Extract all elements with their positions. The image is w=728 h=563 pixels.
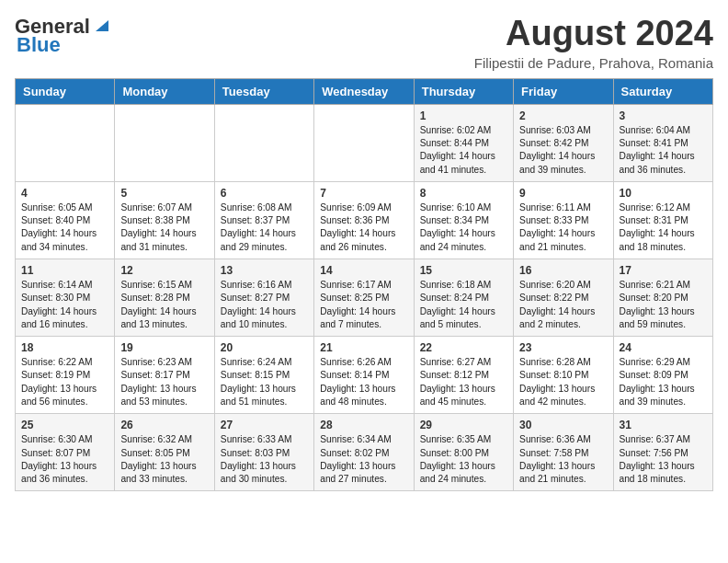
logo-icon (92, 15, 112, 35)
calendar-cell: 22Sunrise: 6:27 AM Sunset: 8:12 PM Dayli… (414, 337, 513, 414)
calendar-cell: 11Sunrise: 6:14 AM Sunset: 8:30 PM Dayli… (16, 259, 115, 337)
calendar-cell: 2Sunrise: 6:03 AM Sunset: 8:42 PM Daylig… (514, 104, 613, 181)
day-number: 11 (21, 264, 108, 277)
calendar-cell (16, 104, 115, 181)
calendar-cell: 20Sunrise: 6:24 AM Sunset: 8:15 PM Dayli… (214, 337, 313, 414)
day-detail: Sunrise: 6:12 AM Sunset: 8:31 PM Dayligh… (620, 201, 707, 254)
day-detail: Sunrise: 6:27 AM Sunset: 8:12 PM Dayligh… (420, 356, 507, 408)
day-detail: Sunrise: 6:17 AM Sunset: 8:25 PM Dayligh… (320, 279, 407, 331)
calendar-cell (115, 104, 214, 181)
calendar-cell: 8Sunrise: 6:10 AM Sunset: 8:34 PM Daylig… (414, 181, 513, 259)
day-number: 22 (420, 341, 507, 354)
calendar-cell: 29Sunrise: 6:35 AM Sunset: 8:00 PM Dayli… (414, 414, 513, 491)
day-number: 16 (519, 264, 607, 277)
day-detail: Sunrise: 6:02 AM Sunset: 8:44 PM Dayligh… (420, 124, 507, 177)
day-detail: Sunrise: 6:35 AM Sunset: 8:00 PM Dayligh… (420, 433, 507, 486)
day-number: 30 (519, 419, 607, 431)
calendar-cell: 14Sunrise: 6:17 AM Sunset: 8:25 PM Dayli… (314, 259, 414, 337)
subtitle: Filipestii de Padure, Prahova, Romania (474, 55, 713, 71)
day-number: 3 (620, 109, 707, 122)
day-detail: Sunrise: 6:29 AM Sunset: 8:09 PM Dayligh… (620, 356, 707, 408)
col-header-wednesday: Wednesday (314, 78, 414, 104)
calendar-cell: 9Sunrise: 6:11 AM Sunset: 8:33 PM Daylig… (514, 181, 613, 259)
calendar-cell: 24Sunrise: 6:29 AM Sunset: 8:09 PM Dayli… (613, 337, 712, 414)
day-number: 25 (21, 419, 108, 431)
day-detail: Sunrise: 6:26 AM Sunset: 8:14 PM Dayligh… (320, 356, 407, 408)
day-detail: Sunrise: 6:33 AM Sunset: 8:03 PM Dayligh… (221, 433, 308, 486)
calendar-cell: 26Sunrise: 6:32 AM Sunset: 8:05 PM Dayli… (115, 414, 214, 491)
day-number: 18 (21, 341, 108, 354)
calendar-cell (314, 104, 414, 181)
calendar-cell: 3Sunrise: 6:04 AM Sunset: 8:41 PM Daylig… (613, 104, 712, 181)
day-number: 17 (620, 264, 707, 277)
col-header-tuesday: Tuesday (214, 78, 313, 104)
page-header: General Blue August 2024 Filipestii de P… (15, 15, 713, 71)
day-detail: Sunrise: 6:30 AM Sunset: 8:07 PM Dayligh… (21, 433, 108, 486)
col-header-monday: Monday (115, 78, 214, 104)
day-detail: Sunrise: 6:20 AM Sunset: 8:22 PM Dayligh… (519, 279, 607, 331)
day-detail: Sunrise: 6:15 AM Sunset: 8:28 PM Dayligh… (120, 279, 208, 331)
day-detail: Sunrise: 6:24 AM Sunset: 8:15 PM Dayligh… (221, 356, 308, 408)
day-detail: Sunrise: 6:11 AM Sunset: 8:33 PM Dayligh… (519, 201, 607, 254)
day-detail: Sunrise: 6:07 AM Sunset: 8:38 PM Dayligh… (120, 201, 208, 254)
calendar-cell: 25Sunrise: 6:30 AM Sunset: 8:07 PM Dayli… (16, 414, 115, 491)
day-detail: Sunrise: 6:21 AM Sunset: 8:20 PM Dayligh… (620, 279, 707, 331)
day-number: 27 (221, 419, 308, 431)
day-number: 24 (620, 341, 707, 354)
day-detail: Sunrise: 6:03 AM Sunset: 8:42 PM Dayligh… (519, 124, 607, 177)
logo-blue: Blue (17, 33, 61, 57)
calendar-cell: 28Sunrise: 6:34 AM Sunset: 8:02 PM Dayli… (314, 414, 414, 491)
calendar-week-3: 11Sunrise: 6:14 AM Sunset: 8:30 PM Dayli… (16, 259, 713, 337)
day-detail: Sunrise: 6:05 AM Sunset: 8:40 PM Dayligh… (21, 201, 108, 254)
calendar-cell: 31Sunrise: 6:37 AM Sunset: 7:56 PM Dayli… (613, 414, 712, 491)
day-number: 9 (519, 187, 607, 200)
calendar-cell: 27Sunrise: 6:33 AM Sunset: 8:03 PM Dayli… (214, 414, 313, 491)
calendar-cell (214, 104, 313, 181)
day-number: 21 (320, 341, 407, 354)
day-number: 6 (221, 187, 308, 200)
col-header-saturday: Saturday (613, 78, 712, 104)
day-detail: Sunrise: 6:23 AM Sunset: 8:17 PM Dayligh… (120, 356, 208, 408)
day-number: 26 (120, 419, 208, 431)
day-number: 5 (120, 187, 208, 200)
calendar-week-2: 4Sunrise: 6:05 AM Sunset: 8:40 PM Daylig… (16, 181, 713, 259)
day-number: 13 (221, 264, 308, 277)
calendar-cell: 19Sunrise: 6:23 AM Sunset: 8:17 PM Dayli… (115, 337, 214, 414)
day-number: 19 (120, 341, 208, 354)
calendar-cell: 7Sunrise: 6:09 AM Sunset: 8:36 PM Daylig… (314, 181, 414, 259)
day-number: 28 (320, 419, 407, 431)
calendar-cell: 12Sunrise: 6:15 AM Sunset: 8:28 PM Dayli… (115, 259, 214, 337)
svg-marker-0 (96, 20, 108, 31)
day-detail: Sunrise: 6:34 AM Sunset: 8:02 PM Dayligh… (320, 433, 407, 486)
day-number: 10 (620, 187, 707, 200)
logo: General Blue (15, 15, 112, 57)
calendar-cell: 23Sunrise: 6:28 AM Sunset: 8:10 PM Dayli… (514, 337, 613, 414)
calendar-cell: 21Sunrise: 6:26 AM Sunset: 8:14 PM Dayli… (314, 337, 414, 414)
col-header-thursday: Thursday (414, 78, 513, 104)
calendar-week-1: 1Sunrise: 6:02 AM Sunset: 8:44 PM Daylig… (16, 104, 713, 181)
calendar-cell: 5Sunrise: 6:07 AM Sunset: 8:38 PM Daylig… (115, 181, 214, 259)
calendar-cell: 1Sunrise: 6:02 AM Sunset: 8:44 PM Daylig… (414, 104, 513, 181)
calendar-table: SundayMondayTuesdayWednesdayThursdayFrid… (15, 78, 713, 492)
day-detail: Sunrise: 6:10 AM Sunset: 8:34 PM Dayligh… (420, 201, 507, 254)
title-block: August 2024 Filipestii de Padure, Prahov… (474, 15, 713, 71)
day-number: 7 (320, 187, 407, 200)
calendar-week-4: 18Sunrise: 6:22 AM Sunset: 8:19 PM Dayli… (16, 337, 713, 414)
calendar-cell: 10Sunrise: 6:12 AM Sunset: 8:31 PM Dayli… (613, 181, 712, 259)
calendar-cell: 18Sunrise: 6:22 AM Sunset: 8:19 PM Dayli… (16, 337, 115, 414)
day-detail: Sunrise: 6:28 AM Sunset: 8:10 PM Dayligh… (519, 356, 607, 408)
calendar-cell: 15Sunrise: 6:18 AM Sunset: 8:24 PM Dayli… (414, 259, 513, 337)
day-number: 31 (620, 419, 707, 431)
day-number: 2 (519, 109, 607, 122)
col-header-sunday: Sunday (16, 78, 115, 104)
day-detail: Sunrise: 6:14 AM Sunset: 8:30 PM Dayligh… (21, 279, 108, 331)
main-title: August 2024 (474, 15, 713, 53)
day-detail: Sunrise: 6:36 AM Sunset: 7:58 PM Dayligh… (519, 433, 607, 486)
calendar-header-row: SundayMondayTuesdayWednesdayThursdayFrid… (16, 78, 713, 104)
day-detail: Sunrise: 6:32 AM Sunset: 8:05 PM Dayligh… (120, 433, 208, 486)
day-detail: Sunrise: 6:22 AM Sunset: 8:19 PM Dayligh… (21, 356, 108, 408)
day-detail: Sunrise: 6:08 AM Sunset: 8:37 PM Dayligh… (221, 201, 308, 254)
calendar-cell: 17Sunrise: 6:21 AM Sunset: 8:20 PM Dayli… (613, 259, 712, 337)
col-header-friday: Friday (514, 78, 613, 104)
day-number: 4 (21, 187, 108, 200)
